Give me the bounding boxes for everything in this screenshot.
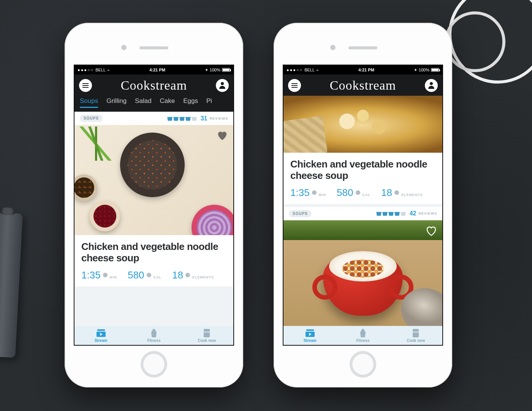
nav-cook-now[interactable]: Cook now (180, 329, 233, 343)
basket-icon (185, 273, 190, 277)
nav-stream-label: Stream (304, 338, 317, 343)
battery-icon (222, 68, 230, 72)
recipe-card-body-top: Chicken and vegetable noodle cheese soup… (283, 153, 442, 204)
recipe-image-bottom[interactable] (283, 220, 442, 326)
home-button[interactable] (350, 351, 376, 378)
profile-button[interactable] (216, 79, 229, 92)
rating-pots (167, 116, 197, 121)
nav-fitness[interactable]: Fitness (127, 329, 180, 343)
wifi-icon: ⌁ (316, 68, 319, 73)
heart-icon (217, 130, 228, 141)
status-bar: ●●●○○ BELL ⌁ 4:21 PM ✦ 100% (74, 65, 233, 74)
phone-camera (330, 45, 336, 50)
phone-device-right: ●●●○○ BELL ⌁ 4:21 PM ✦ 100% Cookstream C… (274, 23, 452, 387)
recipe-title[interactable]: Chicken and vegetable noodle cheese soup (290, 159, 435, 182)
desk-cable-prop-2 (445, 11, 505, 72)
reviews-label: REVIEWS (209, 117, 228, 120)
recipe-photo (283, 220, 442, 326)
status-bar: ●●●○○ BELL ⌁ 4:21 PM ✦ 100% (283, 65, 442, 74)
recipe-feed[interactable]: SOUPS 31 REVIEWS (74, 112, 233, 326)
fitness-icon (358, 329, 368, 337)
profile-button[interactable] (425, 79, 438, 92)
nav-stream[interactable]: Stream (283, 329, 336, 343)
category-tab-eggs[interactable]: Eggs (183, 97, 198, 108)
stream-icon (96, 329, 106, 337)
recipe-photo (283, 96, 442, 153)
stat-time-unit: MIN (319, 193, 326, 197)
clock-icon (312, 190, 317, 195)
bottom-nav: Stream Fitness Cook now (283, 326, 442, 345)
menu-button[interactable] (79, 79, 92, 92)
nav-stream-label: Stream (95, 338, 108, 343)
category-chip[interactable]: SOUPS (289, 210, 312, 217)
carrier-label: BELL (95, 68, 106, 72)
stat-elements: 18 ELEMENTS (381, 187, 423, 199)
recipe-image[interactable] (74, 125, 233, 235)
nav-fitness-label: Fitness (356, 338, 369, 343)
reviews-count[interactable]: 42 (410, 210, 416, 217)
status-time: 4:21 PM (319, 68, 414, 72)
recipe-card-header: SOUPS 31 REVIEWS (74, 112, 233, 125)
recipe-photo (74, 125, 233, 235)
signal-dots-icon: ●●●○○ (78, 68, 94, 72)
app-header: Cookstream (283, 74, 442, 96)
heart-outline-icon (426, 226, 437, 236)
basket-icon (394, 190, 399, 195)
recipe-stats: 1:35 MIN 580 CAL 18 ELEMENTS (290, 187, 435, 199)
fitness-icon (149, 329, 159, 337)
stat-time-value: 1:35 (290, 187, 310, 199)
category-tabs: Soups Grilling Salad Cake Eggs Pi (74, 96, 233, 112)
phone-camera (121, 45, 127, 50)
reviews-label: REVIEWS (418, 212, 437, 215)
fridge-icon (411, 329, 421, 337)
stat-time: 1:35 MIN (81, 269, 117, 281)
nav-stream[interactable]: Stream (74, 329, 127, 343)
rating-pots (376, 211, 406, 216)
stat-cal-value: 580 (337, 187, 353, 199)
stat-calories: 580 CAL (337, 187, 370, 199)
flame-icon (356, 190, 360, 195)
category-chip[interactable]: SOUPS (80, 115, 103, 122)
category-tab-grilling[interactable]: Grilling (106, 97, 127, 108)
battery-icon (431, 68, 439, 72)
pot-icon (388, 211, 394, 216)
nav-cook-now-label: Cook now (198, 338, 216, 343)
nav-fitness[interactable]: Fitness (336, 329, 389, 343)
category-tab-salad[interactable]: Salad (135, 97, 151, 108)
recipe-image-top[interactable] (283, 96, 442, 153)
category-tab-more[interactable]: Pi (206, 97, 212, 108)
nav-cook-now-label: Cook now (407, 338, 425, 343)
bluetooth-icon: ✦ (414, 68, 417, 73)
favorite-button[interactable] (217, 130, 228, 141)
recipe-feed[interactable]: Chicken and vegetable noodle cheese soup… (283, 96, 442, 326)
pot-icon (394, 211, 400, 216)
favorite-button[interactable] (426, 226, 437, 236)
fridge-icon (202, 329, 212, 337)
profile-icon (428, 82, 435, 89)
recipe-card-body: Chicken and vegetable noodle cheese soup… (74, 235, 233, 286)
app-header: Cookstream (74, 74, 233, 96)
phone-device-left: ●●●○○ BELL ⌁ 4:21 PM ✦ 100% Cookstream S… (65, 23, 243, 387)
recipe-stats: 1:35 MIN 580 CAL 18 ELEMENTS (81, 269, 226, 281)
category-tab-soups[interactable]: Soups (80, 97, 98, 108)
app-title: Cookstream (92, 78, 216, 93)
bottom-nav: Stream Fitness Cook now (74, 326, 233, 345)
menu-button[interactable] (288, 79, 301, 92)
category-tab-cake[interactable]: Cake (160, 97, 175, 108)
reviews-count[interactable]: 31 (201, 115, 207, 122)
bluetooth-icon: ✦ (205, 68, 208, 73)
pot-icon (173, 116, 179, 121)
recipe-title[interactable]: Chicken and vegetable noodle cheese soup (81, 241, 226, 264)
pot-icon (382, 211, 388, 216)
flame-icon (147, 273, 151, 277)
nav-fitness-label: Fitness (147, 338, 160, 343)
phone-screen-right: ●●●○○ BELL ⌁ 4:21 PM ✦ 100% Cookstream C… (283, 65, 443, 346)
stat-elements: 18 ELEMENTS (172, 269, 214, 281)
battery-label: 100% (419, 68, 429, 72)
stat-cal-unit: CAL (363, 193, 371, 197)
phone-speaker (348, 46, 377, 49)
clock-icon (103, 273, 108, 277)
wifi-icon: ⌁ (107, 68, 110, 73)
nav-cook-now[interactable]: Cook now (390, 329, 442, 343)
home-button[interactable] (141, 351, 167, 378)
